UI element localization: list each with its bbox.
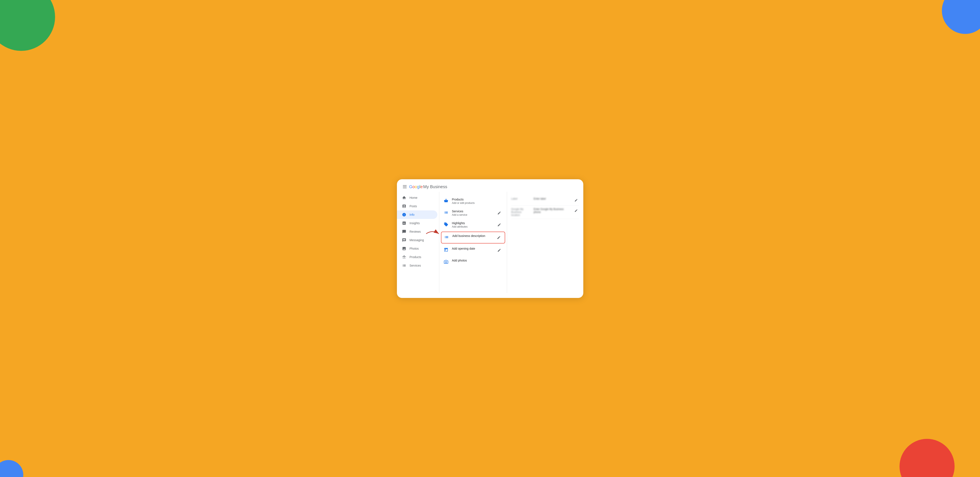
sidebar-item-posts[interactable]: Posts: [397, 202, 438, 211]
detail-row-1: Google My Business location Enter Google…: [511, 206, 579, 219]
opening-date-edit-button[interactable]: [496, 247, 503, 254]
info-item-products[interactable]: Products Add or edit products: [439, 195, 507, 207]
products-title: Products: [452, 198, 503, 201]
home-icon: [402, 196, 406, 200]
app-name: My Business: [423, 184, 447, 189]
card-body: Home Posts Info Insights: [397, 192, 583, 298]
basket-icon: [444, 198, 449, 203]
detail-edit-0[interactable]: [573, 197, 579, 203]
sidebar: Home Posts Info Insights: [397, 192, 439, 293]
info-item-opening-date[interactable]: Add opening date: [439, 244, 507, 256]
services-title: Services: [452, 210, 492, 213]
opening-date-content: Add opening date: [452, 247, 492, 251]
sidebar-label-services: Services: [410, 264, 421, 267]
sidebar-label-home: Home: [410, 196, 417, 199]
app-logo: Google My Business: [409, 184, 447, 189]
posts-icon: [402, 204, 406, 208]
highlights-edit-button[interactable]: [496, 222, 503, 228]
decorative-circle-green: [0, 0, 55, 51]
description-edit-button[interactable]: [495, 234, 502, 241]
description-content: Add business description: [452, 234, 492, 238]
sidebar-label-reviews: Reviews: [410, 230, 421, 233]
sidebar-label-products: Products: [410, 255, 421, 259]
opening-date-title: Add opening date: [452, 247, 492, 250]
detail-edit-1[interactable]: [573, 208, 579, 214]
info-icon: [402, 212, 406, 217]
tag-icon: [444, 222, 449, 227]
sidebar-label-photos: Photos: [410, 247, 419, 250]
sidebar-item-products[interactable]: Products: [397, 253, 438, 261]
products-content: Products Add or edit products: [452, 198, 503, 204]
messaging-icon: [402, 238, 406, 242]
info-item-photos[interactable]: Add photos: [439, 256, 507, 267]
logo-e: e: [420, 184, 423, 189]
details-panel: Label Enter label Google My Business loc…: [507, 192, 583, 293]
list-icon: [444, 210, 449, 215]
photos-icon: [402, 246, 406, 251]
card-header: Google My Business: [397, 179, 583, 192]
sidebar-item-photos[interactable]: Photos: [397, 244, 438, 253]
info-panel: Products Add or edit products Services A…: [439, 192, 507, 293]
main-card: Google My Business Home Posts: [397, 179, 583, 298]
sidebar-label-posts: Posts: [410, 204, 417, 208]
info-item-services[interactable]: Services Add a service: [439, 207, 507, 219]
sidebar-label-info: Info: [410, 213, 415, 216]
logo-o1: o: [412, 184, 415, 189]
reviews-icon: [402, 230, 406, 234]
services-edit-button[interactable]: [496, 210, 503, 216]
photos-content: Add photos: [452, 259, 503, 263]
services-content: Services Add a service: [452, 210, 492, 216]
info-item-description[interactable]: Add business description: [441, 231, 505, 244]
logo-g: G: [409, 184, 413, 189]
sidebar-label-messaging: Messaging: [410, 238, 424, 242]
detail-label-1: Google My Business location: [511, 208, 530, 217]
red-arrow-annotation: [424, 227, 441, 240]
highlights-subtitle: Add attributes: [452, 225, 492, 228]
decorative-circle-blue-bl: [0, 460, 23, 477]
google-wordmark: Google: [409, 184, 423, 189]
hamburger-menu-icon[interactable]: [403, 185, 407, 188]
sidebar-item-info[interactable]: Info: [397, 211, 438, 219]
sidebar-item-home[interactable]: Home: [397, 193, 438, 202]
detail-value-1: Enter Google My Business phone: [534, 208, 570, 214]
services-subtitle: Add a service: [452, 214, 492, 216]
decorative-circle-blue-tr: [942, 0, 980, 34]
calendar-icon: [444, 247, 449, 252]
photos-title: Add photos: [452, 259, 503, 262]
lines-icon: [444, 235, 449, 240]
decorative-circle-red-br: [899, 439, 955, 477]
services-sidebar-icon: [402, 263, 406, 268]
main-content: Products Add or edit products Services A…: [439, 192, 583, 293]
detail-row-0: Label Enter label: [511, 195, 579, 206]
logo-g2: g: [417, 184, 419, 189]
add-photo-icon: [444, 259, 449, 264]
detail-value-0: Enter label: [534, 197, 570, 200]
info-item-highlights[interactable]: Highlights Add attributes: [439, 219, 507, 231]
products-subtitle: Add or edit products: [452, 201, 503, 204]
highlights-title: Highlights: [452, 222, 492, 225]
detail-label-0: Label: [511, 197, 530, 200]
logo-o2: o: [415, 184, 417, 189]
description-title: Add business description: [452, 234, 492, 238]
products-icon: [402, 255, 406, 259]
sidebar-item-insights[interactable]: Insights: [397, 219, 438, 227]
highlights-content: Highlights Add attributes: [452, 222, 492, 228]
insights-icon: [402, 221, 406, 225]
sidebar-label-insights: Insights: [410, 222, 420, 225]
sidebar-item-services[interactable]: Services: [397, 261, 438, 270]
